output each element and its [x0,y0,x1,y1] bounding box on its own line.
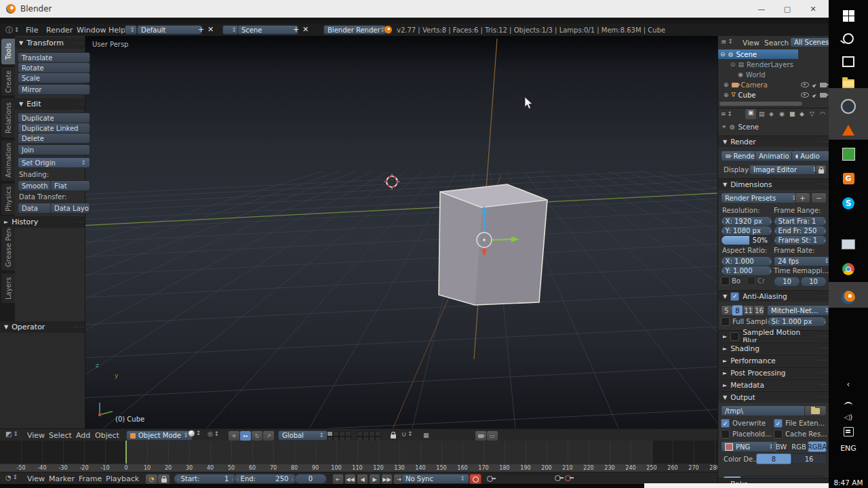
resolution-x-field[interactable]: ‹ X: 1920 px › [721,216,772,226]
outliner-item-scene[interactable]: ⊖ ◍ Scene [718,49,798,59]
outliner-item-world[interactable]: ◉ World [718,70,829,79]
file-explorer-button[interactable] [838,73,859,94]
color-bw-button[interactable]: BW [772,441,790,452]
tab-tools[interactable]: Tools [1,39,15,64]
layer-toggle[interactable] [333,431,339,436]
transfer-data-layout-button[interactable]: Data Layo [50,203,90,214]
cache-result-checkbox[interactable] [774,430,783,439]
delete-keyframe-icon[interactable] [565,475,571,481]
menu-render[interactable]: Render [46,26,73,35]
play-button[interactable]: ▶ [369,474,380,485]
step-left-icon[interactable]: ‹ [722,218,724,225]
tab-modifiers-icon[interactable]: ◆ [800,110,804,117]
tab-layers[interactable]: Layers [1,273,15,303]
skype-button[interactable]: S [838,193,859,214]
duplicate-button[interactable]: Duplicate [18,113,90,123]
opengl-render-button[interactable] [475,430,487,441]
menu-file[interactable]: File [26,26,38,35]
tab-material-icon[interactable]: ◠ [820,110,825,117]
aa-samples-5-button[interactable]: 5 [721,305,732,316]
remap-old-field[interactable]: 10 [774,277,800,287]
tab-create[interactable]: Create [1,67,15,96]
auto-keyframe-record-button[interactable] [469,474,481,485]
tab-scene-icon[interactable]: ◈ [769,110,774,117]
editor-type-timeline[interactable]: ◔ ↕ [5,474,18,481]
expand-icon[interactable]: ⊖ [720,51,726,58]
scene-lock-button[interactable] [388,430,399,440]
editor-type-info[interactable]: ⓘ ↕ [5,25,20,35]
panel-header-transform[interactable]: ▼ Transform ···· [15,37,85,49]
snap-dropdown[interactable]: ∪ ↕ [401,430,413,438]
timeline-tracks[interactable] [0,441,717,464]
scene-name-field[interactable]: Scene [237,25,298,35]
step-left-icon[interactable]: ‹ [774,218,777,225]
end-frame-field[interactable]: ‹ End: 250 › [233,474,297,484]
step-right-icon[interactable]: › [823,319,826,325]
panel-header-dimensions[interactable]: ▼ Dimensions ···· [718,178,829,190]
panel-header-post-processing[interactable]: ► Post Processing ···· [718,367,829,378]
crop-checkbox[interactable] [747,277,755,285]
frame-start-field[interactable]: ‹ Start Fra: 1 › [774,216,827,226]
outliner-scrollbar[interactable] [719,102,802,106]
add-layout-button[interactable]: + [198,25,204,34]
search-button[interactable] [838,28,859,49]
frame-step-field[interactable]: ‹ Frame St: 1 › [774,235,827,245]
tab-render-icon[interactable]: ▣ [745,109,756,119]
minimize-button[interactable]: — [749,0,774,18]
add-preset-button[interactable]: + [795,192,810,203]
menu-help[interactable]: Help [108,26,125,35]
opengl-render-anim-button[interactable]: ▭ [486,430,498,441]
mirror-button[interactable]: Mirror [18,84,90,95]
layer-toggle[interactable] [363,431,369,436]
layers-widget-group2[interactable] [357,431,384,440]
tab-object-icon[interactable]: ■ [789,110,795,117]
motion-blur-checkbox[interactable] [730,332,739,341]
language-indicator[interactable]: ENG [838,438,859,458]
render-engine-dropdown[interactable]: Blender Render ↕ [323,25,386,35]
frame-rate-dropdown[interactable]: 24 fps ↕ [774,256,833,266]
depth-16-button[interactable]: 16 [791,453,827,464]
manipulator-toggle-button[interactable]: ✛ [228,430,240,441]
menu-window[interactable]: Window [77,26,106,35]
layer-toggle[interactable] [345,431,351,436]
mode-dropdown[interactable]: Object Mode ↕ [126,430,193,441]
delete-scene-button[interactable]: ✕ [302,25,309,34]
join-button[interactable]: Join [18,144,90,155]
aspect-x-field[interactable]: ‹ X: 1.000 › [721,256,772,266]
selectability-arrow-icon[interactable]: ► [811,81,818,89]
menu-select[interactable]: Select [49,431,72,440]
step-right-icon[interactable]: › [769,218,772,225]
insert-keyframe-icon[interactable] [555,475,561,481]
menu-object[interactable]: Object [95,431,119,440]
task-view-button[interactable] [838,52,859,72]
preview-range-button[interactable]: ◔ [145,474,158,485]
menu-frame[interactable]: Frame [79,474,102,483]
tab-physics[interactable]: Physics [1,184,15,215]
render-presets-dropdown[interactable]: Render Presets ↕ [721,192,801,203]
expand-icon[interactable]: ⊕ [724,92,729,98]
panel-header-history[interactable]: ► History ···· [0,216,85,228]
layers-widget-group1[interactable] [327,431,354,440]
pivot-point-dropdown[interactable]: ◎ ↕ [208,430,219,437]
resolution-percentage-slider[interactable]: 50% [721,235,772,245]
panel-header-antialiasing[interactable]: ▼ ✓ Anti-Aliasing ···· [718,290,829,302]
current-frame-field[interactable]: 0 [294,474,327,484]
renderability-camera-icon[interactable] [820,93,827,98]
visibility-eye-icon[interactable] [801,92,809,98]
current-frame-line[interactable] [125,441,127,464]
clock[interactable]: 8:47 AM [831,472,866,488]
tab-animation[interactable]: Animation [1,140,15,181]
color-rgba-button[interactable]: RGBA [808,441,827,452]
maximize-button[interactable]: ▢ [774,0,800,18]
start-frame-field[interactable]: ‹ Start: 1 › [174,474,237,484]
layer-toggle[interactable] [357,431,363,436]
obs-button[interactable] [838,96,859,117]
duplicate-linked-button[interactable]: Duplicate Linked [18,123,90,134]
layer-toggle[interactable] [369,431,375,436]
viewport-shading-dropdown[interactable]: ↕ [189,430,201,436]
aa-size-field[interactable]: ‹ Si: 1.000 px › [767,317,827,327]
snap-element-icon[interactable]: ▦ [423,432,429,439]
panel-header-metadata[interactable]: ► Metadata ···· [718,379,829,390]
keying-set-field[interactable] [483,474,559,484]
display-dropdown[interactable]: Image Editor ↕ [749,165,821,175]
